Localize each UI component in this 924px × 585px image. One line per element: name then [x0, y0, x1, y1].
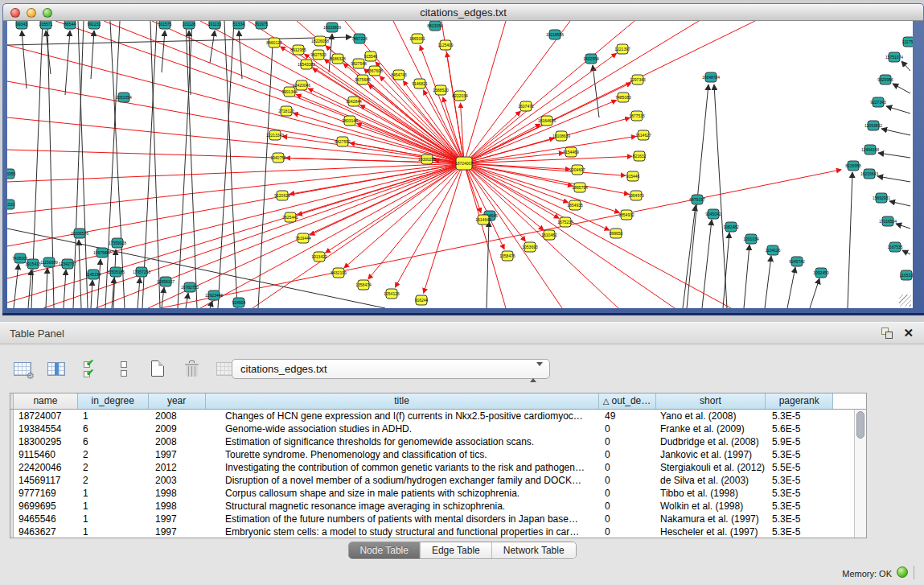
- column-header-out_de[interactable]: △out_de…: [599, 393, 656, 409]
- network-graph-canvas[interactable]: 9934320557186544991232301575101128191133…: [7, 21, 913, 308]
- network-table-selector[interactable]: citations_edges.txt: [232, 359, 550, 379]
- graph-node-label: 8912955: [290, 47, 306, 52]
- graph-node-label: 1675237: [557, 220, 573, 225]
- column-header-name[interactable]: name: [14, 393, 78, 409]
- new-column-icon[interactable]: [146, 358, 169, 379]
- float-panel-icon[interactable]: [881, 328, 893, 339]
- window-titlebar[interactable]: citations_edges.txt: [3, 4, 923, 21]
- graph-edge: [310, 163, 464, 235]
- graph-node-label: 9227343: [870, 100, 886, 105]
- table-row[interactable]: 1938455462009Genome-wide association stu…: [10, 422, 866, 435]
- cell-year: 1998: [149, 487, 206, 500]
- graph-edge: [46, 268, 47, 308]
- graph-edge: [901, 61, 910, 71]
- graph-edge: [329, 34, 332, 72]
- cell-name: 22420046: [14, 461, 78, 474]
- graph-edge: [424, 163, 464, 293]
- table-row[interactable]: 1830029562008Estimation of significance …: [10, 435, 866, 448]
- column-header-year[interactable]: year: [149, 393, 206, 409]
- minimize-button[interactable]: [27, 8, 36, 18]
- resize-grip-icon[interactable]: [899, 295, 911, 307]
- graph-node-label: 1125409: [437, 43, 453, 47]
- graph-node-label: 101128: [183, 22, 196, 27]
- header-scrollbar-corner: [854, 393, 866, 409]
- desktop: { "window": { "title": "citations_edges.…: [0, 0, 924, 585]
- statusbar-divider: [914, 566, 914, 579]
- graph-node-label: 9242844: [346, 99, 362, 104]
- table-row[interactable]: 2242004622012Investigating the contribut…: [10, 461, 866, 474]
- table-row[interactable]: 1872400712008Changes of HCN gene express…: [10, 410, 866, 422]
- show-columns-icon[interactable]: [45, 358, 68, 379]
- graph-node-label: 9675685: [355, 77, 371, 82]
- network-graph[interactable]: 9934320557186544991232301575101128191133…: [7, 21, 913, 308]
- table-panel-header: Table Panel ✕: [0, 322, 924, 344]
- graph-edge: [210, 31, 215, 63]
- column-header-pagerank[interactable]: pagerank: [766, 393, 833, 409]
- close-panel-icon[interactable]: ✕: [903, 326, 914, 340]
- graph-node-label: 12213343: [266, 133, 284, 138]
- cell-year: 2003: [149, 474, 206, 487]
- graph-node-label: 16648784: [702, 75, 720, 80]
- select-columns-icon[interactable]: ✔ ✔: [79, 358, 101, 379]
- memory-status-icon[interactable]: [897, 566, 908, 578]
- scrollbar-thumb[interactable]: [856, 411, 864, 439]
- table-row[interactable]: 946362711997Embryonic stem cells: a mode…: [10, 525, 866, 538]
- tab-node-table[interactable]: Node Table: [348, 542, 421, 558]
- graph-edge: [464, 163, 731, 308]
- graph-node-label: 2803144: [342, 118, 358, 123]
- close-button[interactable]: [10, 8, 20, 18]
- graph-edge: [464, 163, 626, 175]
- column-header-short[interactable]: short: [656, 393, 766, 409]
- cell-out_degree: 0: [600, 422, 657, 435]
- graph-node-label: 9146821: [412, 81, 428, 86]
- graph-node-label: 7435001: [12, 256, 28, 261]
- graph-edge: [91, 280, 92, 308]
- graph-node-label: 1167535: [887, 245, 902, 249]
- column-header-title[interactable]: title: [206, 393, 599, 409]
- cell-title: Investigating the contribution of common…: [206, 461, 600, 474]
- vertical-scrollbar[interactable]: [854, 410, 866, 538]
- cell-short: Wolkin et al. (1998): [657, 500, 767, 513]
- graph-node-label: 2204697: [569, 167, 585, 172]
- graph-node-label: 1854932: [618, 212, 634, 217]
- graph-node-label: 11156889: [40, 260, 58, 265]
- graph-node-label: 1610462: [541, 233, 557, 237]
- graph-node-label: 899650: [610, 231, 623, 236]
- graph-node-label: 1104126: [765, 248, 780, 253]
- network-view-window: citations_edges.txt 99343205571865449912…: [2, 3, 924, 315]
- cell-pagerank: 5.9E-5: [767, 435, 835, 448]
- table-row[interactable]: 1456911722003Disruption of a novel membe…: [10, 474, 866, 487]
- clear-columns-icon[interactable]: [113, 358, 135, 379]
- graph-edge: [186, 293, 188, 308]
- table-mode-icon[interactable]: ⚙: [11, 358, 34, 379]
- graph-node-label: 153355: [7, 171, 16, 176]
- graph-node-label: 8432109: [331, 270, 347, 275]
- cell-title: Disruption of a novel member of a sodium…: [206, 474, 600, 487]
- cell-name: 9777169: [14, 487, 78, 500]
- table-row[interactable]: 977716911998Corpus callosum shape and si…: [10, 487, 866, 500]
- cell-title: Estimation of the future numbers of pati…: [206, 513, 600, 525]
- graph-node-label: 17016504: [879, 219, 897, 224]
- table-row[interactable]: 969969511998Structural magnetic resonanc…: [10, 500, 866, 513]
- graph-edge: [97, 259, 101, 308]
- delete-column-icon[interactable]: [180, 358, 203, 379]
- tab-network-table[interactable]: Network Table: [492, 542, 576, 558]
- cell-pagerank: 5.3E-5: [767, 487, 835, 500]
- network-table-selector-value: citations_edges.txt: [240, 363, 327, 375]
- cell-short: Dudbridge et al. (2008): [657, 435, 767, 448]
- graph-edge: [22, 31, 27, 89]
- column-header-in_degree[interactable]: in_degree: [78, 393, 149, 409]
- graph-edge: [14, 264, 18, 308]
- cell-out_degree: 0: [600, 513, 657, 525]
- graph-node-label: 991232: [88, 22, 101, 27]
- graph-edge: [150, 21, 160, 308]
- tab-edge-table[interactable]: Edge Table: [421, 542, 492, 558]
- table-row[interactable]: 911546021997Tourette syndrome. Phenomeno…: [10, 448, 866, 461]
- cell-year: 1997: [149, 448, 206, 461]
- selector-stepper-icon: [530, 363, 543, 381]
- table-row[interactable]: 946554611997Estimation of the future num…: [10, 513, 866, 525]
- graph-node-label: 9329966: [877, 77, 893, 82]
- zoom-button[interactable]: [43, 8, 52, 18]
- graph-node-label: 110533: [900, 273, 913, 278]
- cell-title: Changes of HCN gene expression and I(f) …: [206, 410, 600, 422]
